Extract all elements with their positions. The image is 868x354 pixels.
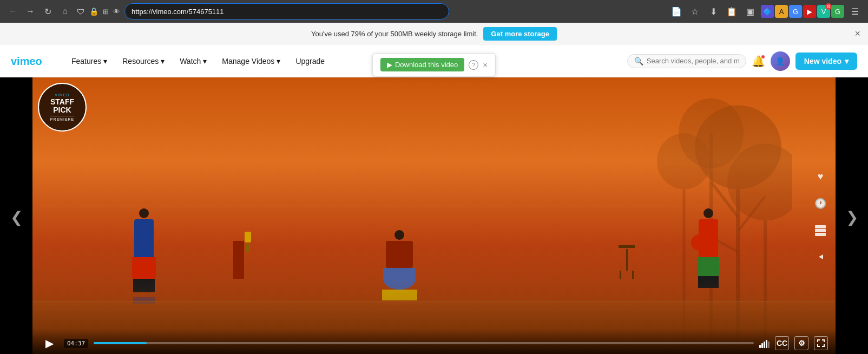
next-video-button[interactable]: ❯ <box>836 77 868 354</box>
svg-rect-13 <box>815 229 826 232</box>
tab-icon: ⊞ <box>103 8 109 16</box>
forward-button[interactable]: → <box>23 4 38 19</box>
extension-icon-1[interactable]: 🔷 <box>761 5 774 18</box>
flower-vase <box>241 232 255 251</box>
chevron-down-icon: ▾ <box>277 57 280 65</box>
shield-icon: 🛡 <box>77 7 85 16</box>
get-storage-button[interactable]: Get more storage <box>483 27 557 41</box>
search-icon: 🔍 <box>634 57 643 65</box>
staff-pick-circle: vimeo STAFF PICK PREMIERE <box>38 83 87 132</box>
reader-view-icon[interactable]: 📄 <box>669 4 684 19</box>
nav-right: 🔍 ▶ Download this video ? × 🔔 👤 New vide… <box>627 51 857 71</box>
mirror-prop <box>691 234 707 251</box>
reload-button[interactable]: ↻ <box>40 4 55 19</box>
chevron-down-icon: ▾ <box>845 57 849 65</box>
share-button[interactable] <box>811 248 830 267</box>
vol-bar-4 <box>766 340 767 348</box>
download-icon[interactable]: ⬇ <box>706 4 721 19</box>
watch-menu[interactable]: Watch ▾ <box>173 53 213 70</box>
vimeo-logo[interactable]: vimeo <box>11 54 54 69</box>
lock-icon: 🔒 <box>89 7 98 16</box>
download-tooltip: ▶ Download this video ? × <box>372 53 496 76</box>
extension-icon-5[interactable]: V 8 <box>817 5 830 18</box>
vimeo-navbar: vimeo Features ▾ Resources ▾ Watch ▾ Man… <box>0 45 868 77</box>
svg-rect-14 <box>815 233 826 236</box>
vol-bar-2 <box>761 343 763 348</box>
resources-menu[interactable]: Resources ▾ <box>116 53 171 70</box>
menu-icon[interactable]: ☰ <box>847 4 863 19</box>
vol-bar-3 <box>764 342 765 348</box>
extension-badge: 8 <box>825 3 832 10</box>
manage-videos-menu[interactable]: Manage Videos ▾ <box>215 53 287 70</box>
search-box[interactable]: 🔍 <box>627 54 746 68</box>
user-avatar[interactable]: 👤 <box>771 51 790 71</box>
prev-video-button[interactable]: ❮ <box>0 77 32 354</box>
right-action-bar: ♥ 🕐 <box>811 167 830 267</box>
nav-links: Features ▾ Resources ▾ Watch ▾ Manage Vi… <box>65 53 331 70</box>
settings-button[interactable]: ⚙ <box>794 336 808 350</box>
chevron-down-icon: ▾ <box>161 57 165 65</box>
chevron-down-icon: ▾ <box>203 57 207 65</box>
sidebar-icon[interactable]: ▣ <box>742 4 758 19</box>
collections-button[interactable] <box>811 221 830 240</box>
browser-nav-buttons: ← → ↻ ⌂ <box>5 4 73 19</box>
download-close-button[interactable]: × <box>483 60 488 69</box>
staff-pick-vimeo-label: vimeo <box>55 93 70 97</box>
extension-icon-2[interactable]: A <box>775 5 788 18</box>
download-video-button[interactable]: ▶ Download this video <box>380 58 464 71</box>
svg-rect-12 <box>815 225 826 228</box>
download-help-button[interactable]: ? <box>469 60 478 70</box>
vol-bar-5 <box>768 342 770 348</box>
progress-bar[interactable] <box>94 342 754 344</box>
captions-button[interactable]: CC <box>775 336 789 350</box>
progress-fill <box>94 342 147 344</box>
staff-pick-premiere-label: PREMIERE <box>50 116 75 121</box>
play-button[interactable]: ▶ <box>40 334 58 352</box>
chevron-down-icon: ▾ <box>103 57 107 65</box>
search-input[interactable] <box>647 57 739 65</box>
address-bar[interactable] <box>124 3 449 19</box>
video-frame[interactable]: vimeo STAFF PICK PREMIERE ♥ 🕐 <box>32 77 836 354</box>
video-container: vimeo STAFF PICK PREMIERE ♥ 🕐 <box>32 77 836 354</box>
time-display: 04:37 <box>64 339 88 348</box>
close-notification-button[interactable]: × <box>854 28 860 40</box>
notifications-bell[interactable]: 🔔 <box>752 55 765 68</box>
storage-notification: You've used 79% of your 500MB weekly sto… <box>0 23 868 45</box>
staff-pick-badge: vimeo STAFF PICK PREMIERE <box>38 83 87 132</box>
extension-icon-4[interactable]: ▶ <box>803 5 816 18</box>
extension-icon-3[interactable]: G <box>789 5 802 18</box>
eye-slash-icon: 👁 <box>113 8 120 16</box>
home-button[interactable]: ⌂ <box>57 4 73 19</box>
vol-bar-1 <box>759 345 761 348</box>
svg-text:vimeo: vimeo <box>11 55 42 67</box>
svg-point-10 <box>657 133 711 189</box>
bookmark-icon[interactable]: ☆ <box>687 4 702 19</box>
notification-dot <box>761 55 765 59</box>
upgrade-link[interactable]: Upgrade <box>289 53 331 70</box>
notification-message: You've used 79% of your 500MB weekly sto… <box>311 30 478 38</box>
play-icon: ▶ <box>387 61 392 69</box>
table-right <box>619 245 635 279</box>
video-controls: ▶ 04:37 CC ⚙ <box>32 329 836 354</box>
fullscreen-button[interactable] <box>814 336 828 350</box>
staff-pick-label: STAFF PICK <box>50 98 74 115</box>
history-icon[interactable]: 📋 <box>724 4 739 19</box>
new-video-button[interactable]: New video ▾ <box>795 53 857 70</box>
extension-icon-6[interactable]: G <box>831 5 844 18</box>
like-button[interactable]: ♥ <box>811 167 830 186</box>
watch-later-button[interactable]: 🕐 <box>811 194 830 213</box>
figure-left <box>129 208 159 279</box>
video-area: ❮ <box>0 77 868 354</box>
features-menu[interactable]: Features ▾ <box>65 53 114 70</box>
volume-control[interactable] <box>759 338 770 348</box>
back-button[interactable]: ← <box>5 4 21 19</box>
